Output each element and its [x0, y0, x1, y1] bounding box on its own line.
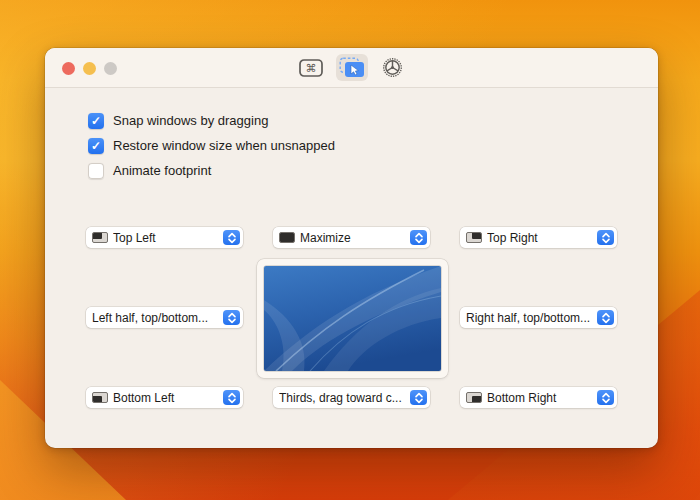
- dropdown-top-right[interactable]: Top Right: [460, 227, 617, 248]
- keyboard-shortcuts-icon[interactable]: ⌘: [295, 54, 327, 81]
- checkbox-snap-windows[interactable]: ✓ Snap windows by dragging: [88, 112, 335, 129]
- toolbar: ⌘: [295, 54, 409, 81]
- cursor-window-icon: [339, 57, 365, 78]
- dropdown-left-half[interactable]: Left half, top/bottom...: [86, 307, 243, 328]
- snap-options: ✓ Snap windows by dragging ✓ Restore win…: [88, 112, 335, 187]
- zoom-button: [104, 62, 117, 75]
- dropdown-label: Right half, top/bottom...: [466, 311, 597, 325]
- chevron-up-down-icon[interactable]: [223, 390, 240, 405]
- chevron-up-down-icon[interactable]: [223, 310, 240, 325]
- chevron-up-down-icon[interactable]: [410, 230, 427, 245]
- chevron-up-down-icon[interactable]: [597, 310, 614, 325]
- checkbox-animate-footprint[interactable]: Animate footprint: [88, 162, 335, 179]
- screen-preview-image: [264, 266, 441, 371]
- dropdown-label: Bottom Left: [113, 391, 223, 405]
- snap-areas-icon[interactable]: [336, 54, 368, 81]
- dropdown-label: Top Left: [113, 231, 223, 245]
- chevron-up-down-icon[interactable]: [597, 390, 614, 405]
- screen-preview-frame: [257, 259, 448, 378]
- minimize-button[interactable]: [83, 62, 96, 75]
- checkbox-label: Restore window size when unsnapped: [113, 138, 335, 153]
- dropdown-label: Left half, top/bottom...: [92, 311, 223, 325]
- wheel-icon: [382, 57, 403, 78]
- checkbox-label: Animate footprint: [113, 163, 211, 178]
- dropdown-label: Maximize: [300, 231, 410, 245]
- chevron-up-down-icon[interactable]: [410, 390, 427, 405]
- dropdown-thirds[interactable]: Thirds, drag toward c...: [273, 387, 430, 408]
- dropdown-bottom-left[interactable]: Bottom Left: [86, 387, 243, 408]
- chevron-up-down-icon[interactable]: [223, 230, 240, 245]
- dropdown-right-half[interactable]: Right half, top/bottom...: [460, 307, 617, 328]
- checkbox-box[interactable]: ✓: [88, 113, 104, 129]
- chevron-up-down-icon[interactable]: [597, 230, 614, 245]
- desktop-wallpaper: ⌘: [0, 0, 700, 500]
- command-window-icon: ⌘: [299, 59, 323, 77]
- window-position-icon: [279, 232, 295, 243]
- dropdown-label: Bottom Right: [487, 391, 597, 405]
- dropdown-maximize[interactable]: Maximize: [273, 227, 430, 248]
- window-position-icon: [466, 232, 482, 243]
- close-button[interactable]: [62, 62, 75, 75]
- checkbox-label: Snap windows by dragging: [113, 113, 268, 128]
- dropdown-label: Top Right: [487, 231, 597, 245]
- traffic-lights: [62, 48, 117, 88]
- dropdown-label: Thirds, drag toward c...: [279, 391, 410, 405]
- titlebar[interactable]: ⌘: [45, 48, 658, 88]
- checkbox-box[interactable]: ✓: [88, 138, 104, 154]
- dropdown-bottom-right[interactable]: Bottom Right: [460, 387, 617, 408]
- checkbox-box[interactable]: [88, 163, 104, 179]
- wheel-settings-icon[interactable]: [377, 54, 409, 81]
- dropdown-top-left[interactable]: Top Left: [86, 227, 243, 248]
- svg-text:⌘: ⌘: [305, 62, 316, 75]
- window-position-icon: [92, 392, 108, 403]
- window-position-icon: [92, 232, 108, 243]
- checkbox-restore-size[interactable]: ✓ Restore window size when unsnapped: [88, 137, 335, 154]
- window-position-icon: [466, 392, 482, 403]
- app-window: ⌘: [45, 48, 658, 448]
